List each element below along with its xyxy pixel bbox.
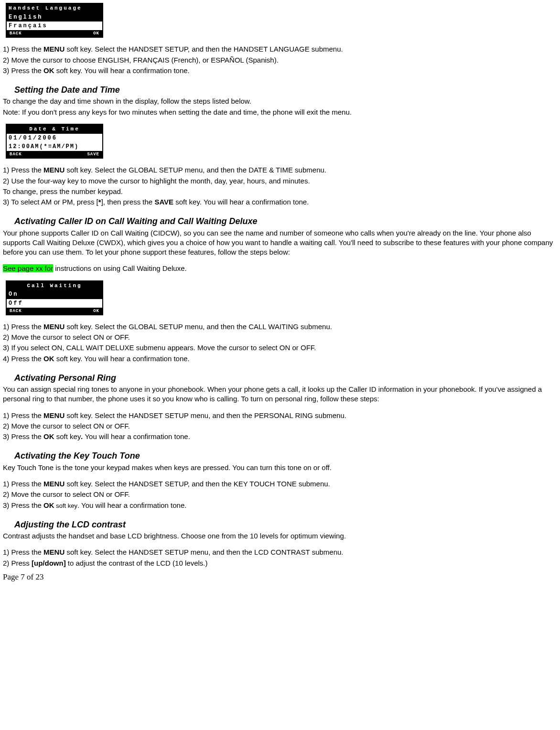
softkey-ok: OK [54, 308, 102, 314]
datetime-step-1: 1) Press the MENU soft key. Select the G… [3, 165, 557, 175]
tone-step-3: 3) Press the OK soft key. You will hear … [3, 501, 557, 510]
cw-seepage: See page xx for instructions on using Ca… [3, 264, 557, 273]
page-footer: Page 7 of 23 [3, 572, 557, 583]
heading-personal-ring: Activating Personal Ring [14, 372, 557, 384]
softkey-save: SAVE [54, 151, 102, 158]
datetime-step-2b: To change, press the number keypad. [3, 187, 557, 196]
heading-date-time: Setting the Date and Time [14, 84, 557, 96]
lcd-title: Call Waiting [7, 281, 102, 290]
heading-lcd-contrast: Adjusting the LCD contrast [14, 519, 557, 530]
softkey-ok: OK [54, 31, 102, 37]
contrast-step-1: 1) Press the MENU soft key. Select the H… [3, 548, 557, 557]
lcd-option-on: On [7, 290, 102, 299]
heading-key-touch-tone: Activating the Key Touch Tone [14, 450, 557, 462]
contrast-step-2: 2) Press [up/down] to adjust the contras… [3, 558, 557, 568]
tone-step-1: 1) Press the MENU soft key. Select the H… [3, 479, 557, 489]
ring-step-2: 2) Move the cursor to select ON or OFF. [3, 421, 557, 431]
softkey-back: BACK [7, 151, 54, 158]
ring-step-1: 1) Press the MENU soft key. Select the H… [3, 411, 557, 420]
datetime-step-3: 3) To select AM or PM, press [*], then p… [3, 197, 557, 207]
datetime-step-2: 2) Use the four-way key to move the curs… [3, 176, 557, 186]
cw-step-3: 3) If you select ON, CALL WAIT DELUXE su… [3, 343, 557, 353]
heading-call-waiting: Activating Caller ID on Call Waiting and… [14, 215, 557, 227]
softkey-back: BACK [7, 308, 54, 314]
lcd-title: Date & Time [7, 125, 102, 134]
lang-step-1: 1) Press the MENU soft key. Select the H… [3, 44, 557, 54]
lcd-softkeys: BACK OK [7, 308, 102, 314]
tone-intro: Key Touch Tone is the tone your keypad m… [3, 463, 557, 472]
lcd-date-row: 01/01/2006 [7, 134, 102, 142]
lcd-option-off: Off [7, 299, 102, 308]
lcd-option-english: English [7, 13, 102, 21]
cw-step-2: 2) Move the cursor to select ON or OFF. [3, 333, 557, 342]
cw-step-1: 1) Press the MENU soft key. Select the G… [3, 322, 557, 332]
lcd-title: Handset Language [7, 4, 102, 13]
lcd-option-francais: Français [7, 21, 102, 30]
lang-step-2: 2) Move the cursor to choose ENGLISH, FR… [3, 55, 557, 65]
tone-step-2: 2) Move the cursor to select ON or OFF. [3, 490, 557, 499]
lcd-time-row: 12:00AM(*=AM/PM) [7, 142, 102, 151]
contrast-intro: Contrast adjusts the handset and base LC… [3, 531, 557, 541]
lang-step-3: 3) Press the OK soft key. You will hear … [3, 66, 557, 75]
datetime-intro-2: Note: If you don't press any keys for tw… [3, 107, 557, 117]
highlighted-text: See page xx for [3, 264, 53, 272]
ring-intro: You can assign special ring tones to any… [3, 385, 557, 404]
datetime-intro-1: To change the day and time shown in the … [3, 97, 557, 106]
lcd-call-waiting: Call Waiting On Off BACK OK [6, 280, 103, 315]
lcd-softkeys: BACK SAVE [7, 151, 102, 158]
ring-step-3: 3) Press the OK soft key. You will hear … [3, 432, 557, 441]
lcd-softkeys: BACK OK [7, 30, 102, 37]
lcd-date-time: Date & Time 01/01/2006 12:00AM(*=AM/PM) … [6, 124, 103, 159]
softkey-back: BACK [7, 31, 54, 37]
cw-step-4: 4) Press the OK soft key. You will hear … [3, 354, 557, 364]
cw-intro: Your phone supports Caller ID on Call Wa… [3, 228, 557, 258]
lcd-handset-language: Handset Language English Français BACK O… [6, 3, 103, 38]
